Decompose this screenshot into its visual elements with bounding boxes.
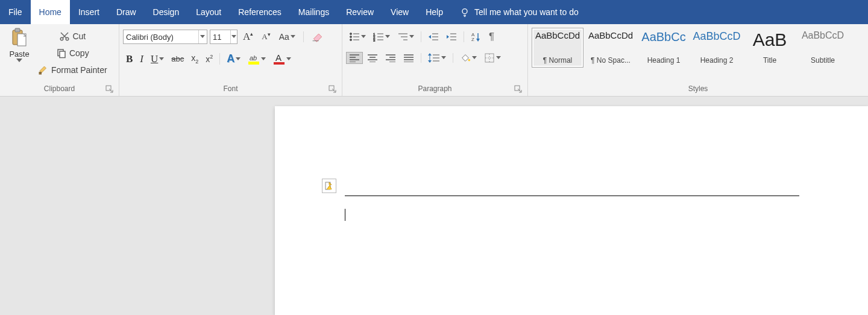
paragraph-launcher[interactable] (514, 85, 523, 94)
strikethrough-button[interactable]: abc (168, 52, 187, 65)
font-name-input[interactable] (124, 33, 198, 42)
svg-marker-84 (472, 56, 477, 59)
numbering-button[interactable]: 123 (370, 30, 393, 43)
align-left-icon (349, 54, 360, 62)
menu-home[interactable]: Home (31, 0, 70, 24)
pilcrow-icon: ¶ (489, 31, 494, 43)
paste-button[interactable]: Paste (4, 27, 35, 65)
font-color-button[interactable]: A (270, 51, 294, 67)
format-painter-button[interactable]: Format Painter (35, 63, 110, 77)
menu-draw[interactable]: Draw (108, 0, 145, 24)
menu-insert[interactable]: Insert (70, 0, 108, 24)
svg-rect-13 (39, 72, 42, 75)
shading-button[interactable] (457, 51, 480, 65)
svg-rect-4 (15, 28, 20, 32)
font-size-combo[interactable] (210, 30, 237, 44)
svg-point-34 (350, 39, 352, 41)
cut-label: Cut (70, 31, 86, 41)
style-item--no-spac-[interactable]: AaBbCcDd¶ No Spac... (585, 28, 637, 68)
separator (421, 31, 421, 42)
font-size-input[interactable] (210, 33, 230, 42)
underline-button[interactable]: U (148, 51, 167, 67)
grow-font-button[interactable]: A▴ (240, 29, 256, 45)
decrease-indent-icon (428, 32, 439, 42)
font-launcher[interactable] (329, 85, 337, 94)
shrink-font-button[interactable]: A▾ (259, 30, 273, 43)
chevron-down-icon (261, 57, 266, 61)
tell-me-search[interactable]: Tell me what you want to do (451, 0, 587, 24)
menu-view[interactable]: View (382, 0, 417, 24)
style-label: ¶ No Spac... (591, 56, 631, 65)
superscript-button[interactable]: x2 (203, 52, 216, 66)
style-item-title[interactable]: AaBTitle (744, 28, 796, 68)
chevron-down-icon (291, 35, 295, 39)
decrease-indent-button[interactable] (425, 30, 442, 43)
group-clipboard: Paste Cut Copy Format Painter Clipboa (0, 24, 119, 96)
increase-indent-button[interactable] (443, 30, 460, 43)
menu-references[interactable]: References (230, 0, 290, 24)
menu-bar: File Home Insert Draw Design Layout Refe… (0, 0, 868, 24)
style-sample: AaBbCc (641, 31, 685, 43)
svg-rect-23 (248, 62, 259, 65)
font-size-dropdown[interactable] (230, 30, 237, 43)
show-hide-marks-button[interactable]: ¶ (486, 29, 497, 45)
chevron-down-icon (496, 56, 501, 60)
svg-marker-59 (476, 39, 480, 42)
multilevel-list-button[interactable] (394, 30, 417, 43)
align-left-button[interactable] (346, 52, 363, 64)
scissors-icon (59, 31, 70, 42)
paste-options-smarttag[interactable] (322, 179, 336, 193)
subscript-button[interactable]: x2 (188, 51, 201, 66)
bullets-button[interactable] (346, 30, 369, 43)
svg-point-30 (350, 33, 352, 35)
style-label: ¶ Normal (543, 56, 572, 65)
menu-file[interactable]: File (0, 0, 31, 24)
numbering-icon: 123 (373, 32, 384, 42)
paste-icon (10, 28, 28, 48)
text-effects-button[interactable]: A (224, 51, 244, 67)
group-label-clipboard: Clipboard (4, 84, 115, 93)
separator (219, 53, 220, 65)
svg-marker-51 (429, 35, 431, 39)
align-right-button[interactable] (382, 52, 399, 64)
svg-point-0 (462, 9, 467, 14)
increase-indent-icon (446, 32, 457, 42)
svg-marker-80 (428, 53, 432, 56)
style-item--normal[interactable]: AaBbCcDd¶ Normal (532, 28, 583, 68)
document-page[interactable] (275, 106, 868, 315)
sort-button[interactable]: AZ (468, 30, 485, 44)
borders-button[interactable] (481, 51, 504, 65)
style-item-heading-1[interactable]: AaBbCcHeading 1 (638, 28, 690, 68)
justify-button[interactable] (400, 52, 417, 64)
clear-formatting-button[interactable] (309, 30, 327, 44)
justify-icon (403, 54, 414, 62)
menu-review[interactable]: Review (338, 0, 382, 24)
svg-marker-55 (447, 35, 449, 39)
copy-button[interactable]: Copy (35, 46, 110, 60)
svg-marker-43 (385, 35, 390, 38)
chevron-down-icon (409, 35, 414, 39)
menu-mailings[interactable]: Mailings (290, 0, 338, 24)
format-painter-label: Format Painter (49, 65, 107, 75)
align-right-icon (385, 54, 396, 62)
italic-button[interactable]: I (137, 51, 146, 67)
bullets-icon (349, 32, 360, 42)
align-center-button[interactable] (364, 52, 381, 64)
svg-marker-21 (236, 57, 241, 60)
menu-help[interactable]: Help (417, 0, 451, 24)
menu-design[interactable]: Design (145, 0, 188, 24)
line-spacing-button[interactable] (425, 51, 449, 65)
menu-layout[interactable]: Layout (187, 0, 230, 24)
group-label-font: Font (123, 84, 338, 93)
change-case-button[interactable]: Aa (276, 30, 298, 43)
ribbon: Paste Cut Copy Format Painter Clipboa (0, 24, 868, 97)
font-name-dropdown[interactable] (198, 30, 207, 43)
cut-button[interactable]: Cut (35, 29, 110, 43)
bold-button[interactable]: B (123, 51, 136, 67)
style-item-heading-2[interactable]: AaBbCcDHeading 2 (691, 28, 743, 68)
style-item-subtitle[interactable]: AaBbCcDSubtitle (797, 28, 849, 68)
font-name-combo[interactable] (123, 30, 207, 44)
highlight-button[interactable]: ab (245, 51, 269, 67)
copy-label: Copy (67, 48, 89, 58)
clipboard-launcher[interactable] (105, 85, 114, 94)
